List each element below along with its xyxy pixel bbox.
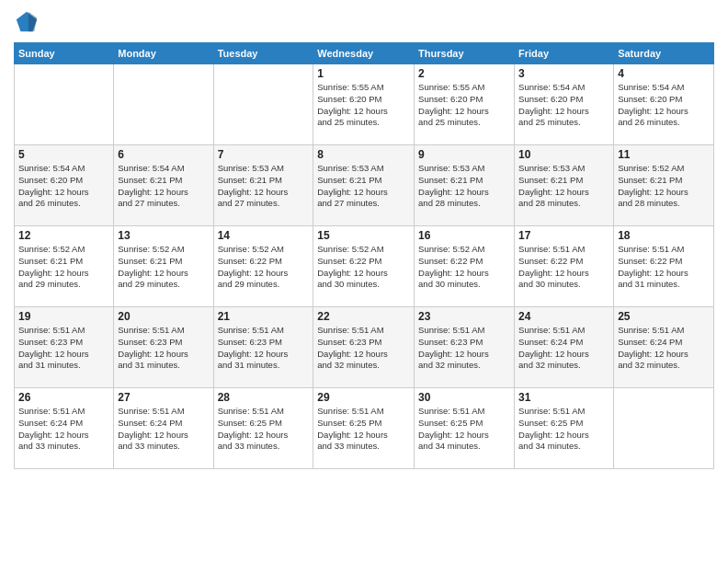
day-number: 16 [418,229,510,242]
day-info: Sunrise: 5:53 AM Sunset: 6:21 PM Dayligh… [317,163,410,210]
day-number: 7 [218,148,310,161]
day-number: 14 [218,229,310,242]
calendar-header: SundayMondayTuesdayWednesdayThursdayFrid… [15,43,714,64]
weekday-header: Wednesday [313,43,415,64]
day-info: Sunrise: 5:51 AM Sunset: 6:24 PM Dayligh… [18,406,109,453]
calendar-cell: 29Sunrise: 5:51 AM Sunset: 6:25 PM Dayli… [313,388,415,469]
calendar-cell [15,64,114,145]
calendar-cell [114,64,213,145]
day-number: 8 [317,148,410,161]
day-info: Sunrise: 5:51 AM Sunset: 6:22 PM Dayligh… [518,244,609,291]
day-number: 25 [618,310,710,323]
day-number: 24 [518,310,609,323]
day-number: 23 [418,310,510,323]
day-info: Sunrise: 5:51 AM Sunset: 6:24 PM Dayligh… [118,406,209,453]
weekday-header: Tuesday [213,43,313,64]
day-number: 19 [18,310,109,323]
calendar-week-row: 1Sunrise: 5:55 AM Sunset: 6:20 PM Daylig… [15,64,714,145]
day-number: 12 [18,229,109,242]
calendar-cell: 8Sunrise: 5:53 AM Sunset: 6:21 PM Daylig… [313,145,415,226]
day-number: 30 [418,391,510,404]
day-number: 4 [618,67,710,80]
day-number: 26 [18,391,109,404]
day-number: 29 [317,391,410,404]
day-number: 3 [518,67,609,80]
calendar-week-row: 5Sunrise: 5:54 AM Sunset: 6:20 PM Daylig… [15,145,714,226]
page-container: SundayMondayTuesdayWednesdayThursdayFrid… [0,0,728,478]
day-info: Sunrise: 5:52 AM Sunset: 6:22 PM Dayligh… [317,244,410,291]
day-info: Sunrise: 5:51 AM Sunset: 6:25 PM Dayligh… [317,406,410,453]
day-info: Sunrise: 5:53 AM Sunset: 6:21 PM Dayligh… [218,163,310,210]
day-number: 10 [518,148,609,161]
calendar-cell [213,64,313,145]
calendar-cell: 14Sunrise: 5:52 AM Sunset: 6:22 PM Dayli… [213,226,313,307]
day-number: 27 [118,391,209,404]
calendar-cell: 13Sunrise: 5:52 AM Sunset: 6:21 PM Dayli… [114,226,213,307]
day-number: 28 [218,391,310,404]
day-info: Sunrise: 5:51 AM Sunset: 6:23 PM Dayligh… [418,325,510,372]
day-info: Sunrise: 5:55 AM Sunset: 6:20 PM Dayligh… [418,82,510,129]
weekday-header: Friday [515,43,614,64]
day-number: 6 [118,148,209,161]
calendar-cell: 27Sunrise: 5:51 AM Sunset: 6:24 PM Dayli… [114,388,213,469]
calendar-cell: 16Sunrise: 5:52 AM Sunset: 6:22 PM Dayli… [415,226,515,307]
day-info: Sunrise: 5:53 AM Sunset: 6:21 PM Dayligh… [518,163,609,210]
calendar-cell: 12Sunrise: 5:52 AM Sunset: 6:21 PM Dayli… [15,226,114,307]
day-number: 22 [317,310,410,323]
day-info: Sunrise: 5:51 AM Sunset: 6:24 PM Dayligh… [518,325,609,372]
calendar-cell: 18Sunrise: 5:51 AM Sunset: 6:22 PM Dayli… [614,226,714,307]
day-info: Sunrise: 5:54 AM Sunset: 6:20 PM Dayligh… [618,82,710,129]
day-number: 13 [118,229,209,242]
day-info: Sunrise: 5:52 AM Sunset: 6:21 PM Dayligh… [118,244,209,291]
calendar-cell: 19Sunrise: 5:51 AM Sunset: 6:23 PM Dayli… [15,307,114,388]
calendar-week-row: 19Sunrise: 5:51 AM Sunset: 6:23 PM Dayli… [15,307,714,388]
day-info: Sunrise: 5:51 AM Sunset: 6:23 PM Dayligh… [118,325,209,372]
day-info: Sunrise: 5:51 AM Sunset: 6:24 PM Dayligh… [618,325,710,372]
day-number: 18 [618,229,710,242]
header [14,9,714,35]
day-info: Sunrise: 5:54 AM Sunset: 6:21 PM Dayligh… [118,163,209,210]
day-info: Sunrise: 5:51 AM Sunset: 6:23 PM Dayligh… [317,325,410,372]
calendar-cell: 23Sunrise: 5:51 AM Sunset: 6:23 PM Dayli… [415,307,515,388]
calendar-cell: 7Sunrise: 5:53 AM Sunset: 6:21 PM Daylig… [213,145,313,226]
day-number: 31 [518,391,609,404]
day-number: 1 [317,67,410,80]
logo [14,9,41,35]
calendar-cell: 17Sunrise: 5:51 AM Sunset: 6:22 PM Dayli… [515,226,614,307]
day-info: Sunrise: 5:54 AM Sunset: 6:20 PM Dayligh… [18,163,109,210]
calendar-cell: 28Sunrise: 5:51 AM Sunset: 6:25 PM Dayli… [213,388,313,469]
weekday-row: SundayMondayTuesdayWednesdayThursdayFrid… [15,43,714,64]
day-info: Sunrise: 5:53 AM Sunset: 6:21 PM Dayligh… [418,163,510,210]
day-info: Sunrise: 5:52 AM Sunset: 6:22 PM Dayligh… [218,244,310,291]
day-number: 17 [518,229,609,242]
day-info: Sunrise: 5:51 AM Sunset: 6:23 PM Dayligh… [218,325,310,372]
calendar-cell: 15Sunrise: 5:52 AM Sunset: 6:22 PM Dayli… [313,226,415,307]
calendar-cell [614,388,714,469]
calendar-cell: 26Sunrise: 5:51 AM Sunset: 6:24 PM Dayli… [15,388,114,469]
calendar-week-row: 12Sunrise: 5:52 AM Sunset: 6:21 PM Dayli… [15,226,714,307]
day-number: 20 [118,310,209,323]
weekday-header: Monday [114,43,213,64]
day-info: Sunrise: 5:51 AM Sunset: 6:22 PM Dayligh… [618,244,710,291]
calendar-cell: 4Sunrise: 5:54 AM Sunset: 6:20 PM Daylig… [614,64,714,145]
calendar-body: 1Sunrise: 5:55 AM Sunset: 6:20 PM Daylig… [15,64,714,469]
calendar: SundayMondayTuesdayWednesdayThursdayFrid… [14,42,714,469]
calendar-cell: 1Sunrise: 5:55 AM Sunset: 6:20 PM Daylig… [313,64,415,145]
day-info: Sunrise: 5:54 AM Sunset: 6:20 PM Dayligh… [518,82,609,129]
calendar-cell: 30Sunrise: 5:51 AM Sunset: 6:25 PM Dayli… [415,388,515,469]
day-info: Sunrise: 5:55 AM Sunset: 6:20 PM Dayligh… [317,82,410,129]
day-number: 2 [418,67,510,80]
weekday-header: Thursday [415,43,515,64]
weekday-header: Saturday [614,43,714,64]
day-info: Sunrise: 5:51 AM Sunset: 6:25 PM Dayligh… [218,406,310,453]
day-number: 9 [418,148,510,161]
calendar-cell: 2Sunrise: 5:55 AM Sunset: 6:20 PM Daylig… [415,64,515,145]
weekday-header: Sunday [15,43,114,64]
day-number: 15 [317,229,410,242]
calendar-cell: 25Sunrise: 5:51 AM Sunset: 6:24 PM Dayli… [614,307,714,388]
day-info: Sunrise: 5:52 AM Sunset: 6:21 PM Dayligh… [18,244,109,291]
calendar-cell: 10Sunrise: 5:53 AM Sunset: 6:21 PM Dayli… [515,145,614,226]
calendar-cell: 9Sunrise: 5:53 AM Sunset: 6:21 PM Daylig… [415,145,515,226]
logo-icon [14,9,40,35]
calendar-cell: 24Sunrise: 5:51 AM Sunset: 6:24 PM Dayli… [515,307,614,388]
